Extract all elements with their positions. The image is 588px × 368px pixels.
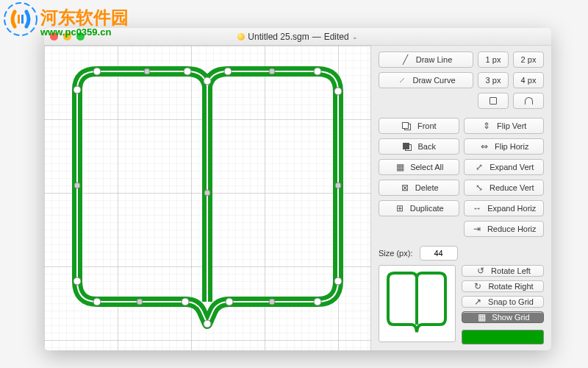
expand-vert-label: Expand Vert — [490, 163, 534, 171]
svg-point-20 — [226, 298, 233, 305]
svg-point-10 — [184, 68, 191, 75]
svg-point-27 — [204, 190, 210, 196]
rotate-right-icon: ↻ — [472, 281, 484, 291]
shape-arch-button[interactable] — [513, 93, 544, 109]
delete-label: Delete — [415, 183, 439, 192]
select-all-icon: ▦ — [394, 162, 406, 172]
preview-thumbnail — [379, 265, 456, 342]
expand-vert-icon: ⤢ — [473, 162, 485, 172]
flip-vert-icon: ⇕ — [481, 121, 492, 131]
reduce-vert-button[interactable]: ⤡ Reduce Vert — [464, 180, 545, 196]
stroke-1px-button[interactable]: 1 px — [478, 52, 509, 68]
site-url: www.pc0359.cn — [40, 26, 111, 38]
rotate-left-button[interactable]: ↺ Rotate Left — [462, 265, 544, 277]
chevron-down-icon[interactable]: ⌄ — [352, 33, 358, 40]
stroke-3px-button[interactable]: 3 px — [478, 72, 509, 88]
svg-point-24 — [93, 298, 101, 305]
svg-point-8 — [93, 68, 101, 75]
front-label: Front — [417, 121, 437, 130]
duplicate-button[interactable]: ⊞ Duplicate — [379, 200, 459, 216]
show-grid-button[interactable]: ▦ Show Grid — [462, 311, 544, 323]
back-label: Back — [418, 142, 436, 151]
window-title: Untitled 25.sgm — Edited ⌄ — [44, 32, 551, 42]
draw-curve-button[interactable]: ⟋ Draw Curve — [379, 72, 473, 88]
select-all-button[interactable]: ▦ Select All — [379, 159, 459, 175]
svg-point-22 — [182, 298, 189, 305]
svg-point-15 — [334, 88, 342, 95]
draw-line-label: Draw Line — [416, 55, 453, 64]
canvas[interactable] — [44, 46, 371, 350]
draw-line-button[interactable]: ╱ Draw Line — [379, 52, 473, 68]
svg-point-23 — [137, 299, 143, 305]
rotate-left-icon: ↺ — [475, 266, 487, 276]
snap-label: Snap to Grid — [488, 297, 534, 306]
reduce-vert-icon: ⤡ — [473, 183, 485, 193]
shape-rect-button[interactable] — [478, 93, 509, 109]
reduce-horiz-icon: ⇥ — [471, 224, 483, 234]
title-bar: Untitled 25.sgm — Edited ⌄ — [44, 28, 551, 46]
svg-point-12 — [224, 68, 232, 75]
bring-front-icon — [401, 122, 413, 130]
grid-icon: ▦ — [476, 312, 487, 322]
select-all-label: Select All — [410, 163, 443, 171]
line-icon: ╱ — [400, 54, 412, 65]
curve-icon: ⟋ — [396, 75, 408, 85]
stroke-2px-button[interactable]: 2 px — [513, 52, 544, 68]
show-grid-label: Show Grid — [492, 313, 529, 322]
flip-vert-button[interactable]: ⇕ Flip Vert — [464, 118, 545, 134]
side-panel: ╱ Draw Line 1 px 2 px ⟋ Draw Curve 3 px … — [371, 46, 551, 350]
svg-point-16 — [335, 183, 341, 188]
document-icon — [237, 33, 245, 40]
color-swatch[interactable] — [462, 330, 544, 344]
stroke-4px-button[interactable]: 4 px — [513, 72, 544, 88]
site-logo — [3, 1, 38, 39]
rotate-left-label: Rotate Left — [491, 266, 531, 275]
size-input[interactable] — [420, 246, 458, 261]
expand-horiz-label: Expand Horiz — [487, 204, 536, 213]
reduce-horiz-label: Reduce Horiz — [487, 224, 537, 233]
svg-point-0 — [4, 3, 37, 35]
svg-rect-1 — [18, 15, 20, 24]
expand-vert-button[interactable]: ⤢ Expand Vert — [464, 159, 545, 175]
snap-icon: ↗ — [472, 297, 484, 307]
svg-point-26 — [74, 183, 80, 188]
svg-point-11 — [204, 77, 211, 85]
draw-curve-label: Draw Curve — [412, 76, 455, 85]
title-separator: — — [312, 32, 321, 42]
delete-button[interactable]: ⊠ Delete — [379, 180, 459, 196]
reduce-vert-label: Reduce Vert — [490, 183, 534, 192]
square-icon — [490, 97, 497, 105]
rotate-right-label: Rotate Right — [488, 282, 533, 291]
snap-to-grid-button[interactable]: ↗ Snap to Grid — [462, 296, 544, 308]
svg-point-13 — [269, 68, 275, 74]
reduce-horiz-button[interactable]: ⇥ Reduce Horiz — [464, 221, 545, 237]
expand-horiz-button[interactable]: ↔ Expand Horiz — [464, 200, 545, 216]
duplicate-icon: ⊞ — [394, 203, 406, 213]
back-button[interactable]: Back — [379, 138, 459, 155]
expand-horiz-icon: ↔ — [471, 203, 483, 213]
title-filename: Untitled 25.sgm — [248, 32, 309, 42]
shape-drawing[interactable] — [44, 46, 371, 350]
svg-point-17 — [334, 277, 342, 285]
svg-point-14 — [314, 68, 321, 75]
title-edited: Edited — [324, 32, 349, 42]
svg-point-21 — [204, 320, 211, 328]
arch-icon — [525, 97, 533, 105]
front-button[interactable]: Front — [379, 118, 459, 134]
duplicate-label: Duplicate — [410, 204, 444, 213]
svg-point-18 — [314, 298, 321, 305]
flip-horiz-icon: ⇔ — [478, 141, 490, 152]
send-back-icon — [402, 143, 414, 151]
svg-point-9 — [144, 68, 150, 74]
svg-rect-2 — [21, 15, 24, 24]
svg-point-25 — [74, 277, 81, 285]
svg-point-19 — [269, 299, 275, 305]
flip-horiz-label: Flip Horiz — [495, 142, 528, 151]
rotate-right-button[interactable]: ↻ Rotate Right — [462, 280, 544, 292]
delete-icon: ⊠ — [399, 183, 411, 193]
size-label: Size (px): — [379, 249, 414, 258]
app-window: Untitled 25.sgm — Edited ⌄ — [44, 28, 551, 350]
flip-vert-label: Flip Vert — [497, 121, 526, 130]
flip-horiz-button[interactable]: ⇔ Flip Horiz — [464, 138, 545, 155]
svg-point-7 — [74, 86, 81, 93]
